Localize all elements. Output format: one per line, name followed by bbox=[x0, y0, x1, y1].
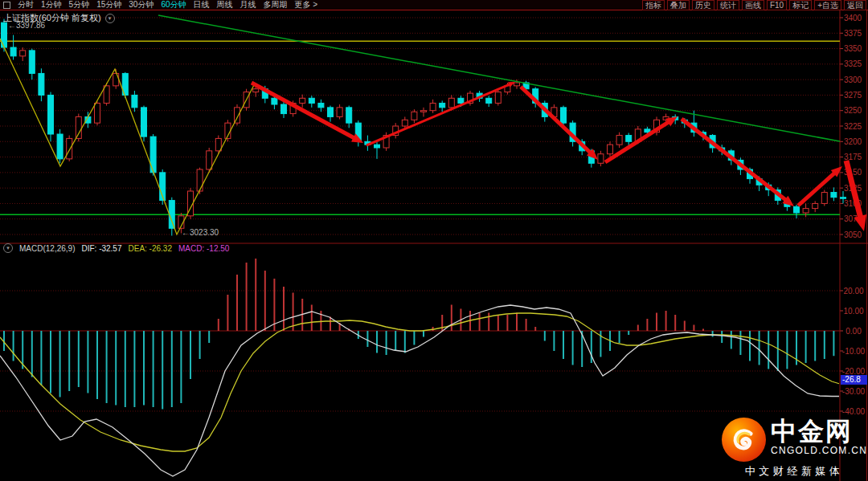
macd-header: ▾ MACD(12,26,9) DIF: -32.57 DEA: -26.32 … bbox=[3, 243, 229, 253]
svg-text:3200: 3200 bbox=[844, 137, 862, 146]
tab-1min[interactable]: 1分钟 bbox=[41, 0, 62, 10]
tab-monthly[interactable]: 月线 bbox=[240, 0, 256, 10]
tab-more[interactable]: 更多 > bbox=[295, 0, 318, 10]
svg-text:3325: 3325 bbox=[844, 59, 862, 68]
tab-60min[interactable]: 60分钟 bbox=[161, 0, 186, 10]
svg-text:0.00: 0.00 bbox=[845, 327, 862, 336]
window-icon[interactable] bbox=[3, 2, 10, 9]
svg-text:-20.00: -20.00 bbox=[842, 367, 866, 376]
tab-weekly[interactable]: 周线 bbox=[217, 0, 233, 10]
dif-value: DIF: -32.57 bbox=[81, 244, 121, 253]
period-tabs: 分时 1分钟 5分钟 15分钟 30分钟 60分钟 日线 周线 月线 多周期 更… bbox=[0, 0, 317, 10]
btn-mark[interactable]: 标记 bbox=[789, 0, 812, 10]
symbol-title: 上证指数(60分钟 前复权) bbox=[3, 12, 101, 24]
tab-daily[interactable]: 日线 bbox=[194, 0, 210, 10]
tab-15min[interactable]: 15分钟 bbox=[96, 0, 121, 10]
btn-back[interactable]: 返回 bbox=[844, 0, 866, 10]
tab-5min[interactable]: 5分钟 bbox=[69, 0, 90, 10]
btn-history[interactable]: 历史 bbox=[692, 0, 714, 10]
tab-30min[interactable]: 30分钟 bbox=[129, 0, 154, 10]
macd-current-value-badge: -26.8 bbox=[841, 375, 867, 385]
btn-statistics[interactable]: 统计 bbox=[717, 0, 739, 10]
main-chart-canvas[interactable]: 3400337533503325330032753250322532003175… bbox=[0, 0, 868, 481]
btn-indicator[interactable]: 指标 bbox=[642, 0, 665, 10]
macd-value: MACD: -12.50 bbox=[178, 244, 229, 253]
svg-text:3250: 3250 bbox=[844, 106, 862, 115]
stock-app-window: { "topbar": { "left_items": ["分时","1分钟",… bbox=[0, 0, 868, 481]
watermark-brand: 中金网 bbox=[771, 418, 867, 445]
btn-f10[interactable]: F10 bbox=[767, 0, 787, 10]
watermark-tagline: 中文财经新媒体 bbox=[722, 464, 866, 479]
dea-value: DEA: -26.32 bbox=[129, 244, 172, 253]
top-toolbar: 分时 1分钟 5分钟 15分钟 30分钟 60分钟 日线 周线 月线 多周期 更… bbox=[0, 0, 868, 10]
btn-draw-line[interactable]: 画线 bbox=[742, 0, 764, 10]
svg-text:3350: 3350 bbox=[844, 44, 862, 53]
svg-text:3175: 3175 bbox=[844, 153, 862, 161]
watermark-domain: CNGOLD.COM.CN bbox=[771, 445, 867, 456]
svg-text:3400: 3400 bbox=[844, 14, 862, 22]
btn-add-watchlist[interactable]: +自选 bbox=[814, 0, 841, 10]
low-annotation: ←3023.30 bbox=[182, 228, 219, 237]
svg-text:3275: 3275 bbox=[844, 91, 862, 100]
symbol-header: 上证指数(60分钟 前复权) ▾ bbox=[3, 12, 115, 24]
macd-collapse-icon[interactable]: ▾ bbox=[3, 243, 13, 253]
svg-text:-40.00: -40.00 bbox=[842, 407, 866, 416]
watermark: 中金网 CNGOLD.COM.CN 中文财经新媒体 bbox=[722, 418, 866, 479]
macd-indicator-label[interactable]: MACD(12,26,9) bbox=[19, 244, 75, 253]
svg-text:3300: 3300 bbox=[844, 75, 862, 84]
svg-text:3225: 3225 bbox=[844, 122, 862, 131]
tab-timeshare[interactable]: 分时 bbox=[18, 0, 34, 10]
svg-text:3375: 3375 bbox=[844, 29, 862, 38]
svg-text:3050: 3050 bbox=[844, 230, 862, 239]
svg-text:20.00: 20.00 bbox=[843, 287, 863, 296]
tab-multi-period[interactable]: 多周期 bbox=[264, 0, 288, 10]
collapse-chevron-icon[interactable]: ▾ bbox=[105, 14, 115, 23]
btn-overlay[interactable]: 叠加 bbox=[667, 0, 690, 10]
svg-text:10.00: 10.00 bbox=[843, 307, 863, 316]
svg-text:-30.00: -30.00 bbox=[842, 387, 866, 396]
cngold-logo-icon bbox=[722, 418, 766, 462]
tool-buttons: 指标 叠加 历史 统计 画线 F10 标记 +自选 返回 bbox=[642, 0, 868, 10]
svg-text:-10.00: -10.00 bbox=[842, 347, 866, 356]
